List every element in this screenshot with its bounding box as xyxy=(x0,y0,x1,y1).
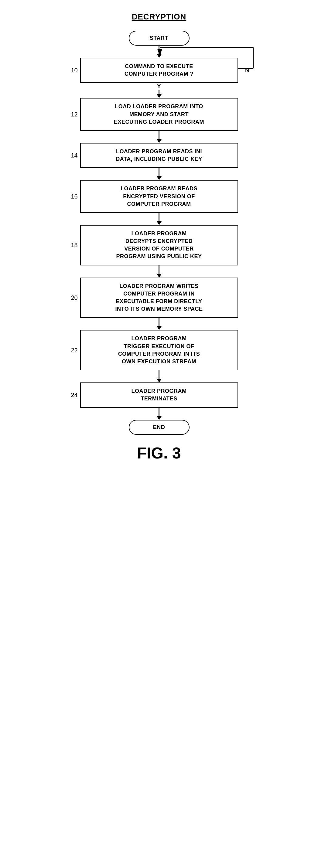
step-22-row: 22 LOADER PROGRAM TRIGGER EXECUTION OF C… xyxy=(53,330,266,370)
step-14-label: 14 xyxy=(71,152,78,159)
n-label: N xyxy=(245,67,249,74)
step-24-label: 24 xyxy=(71,392,78,399)
arrow-10-to-12: Y xyxy=(157,83,162,98)
end-box: END xyxy=(129,420,189,435)
step-14-row: 14 LOADER PROGRAM READS INI DATA, INCLUD… xyxy=(53,143,266,168)
step-22-label: 22 xyxy=(71,347,78,353)
diagram-title: DECRYPTION xyxy=(132,12,186,22)
start-box: START xyxy=(129,31,189,45)
y-label: Y xyxy=(157,83,161,90)
arrow-18-to-20 xyxy=(157,266,162,278)
arrow-24-to-end xyxy=(157,408,162,420)
step-24-row: 24 LOADER PROGRAM TERMINATES xyxy=(53,382,266,407)
step-22-box: LOADER PROGRAM TRIGGER EXECUTION OF COMP… xyxy=(80,330,238,370)
step-12-label: 12 xyxy=(71,111,78,118)
arrow-22-to-24 xyxy=(157,370,162,382)
step-16-box: LOADER PROGRAM READS ENCRYPTED VERSION O… xyxy=(80,180,238,213)
step-14-box: LOADER PROGRAM READS INI DATA, INCLUDING… xyxy=(80,143,238,168)
step-24-box: LOADER PROGRAM TERMINATES xyxy=(80,382,238,407)
fig-label: FIG. 3 xyxy=(137,444,181,462)
step-10-box: COMMAND TO EXECUTE COMPUTER PROGRAM ? xyxy=(80,58,238,83)
arrow-start-to-10 xyxy=(157,45,162,58)
step-16-label: 16 xyxy=(71,193,78,200)
step-18-box: LOADER PROGRAM DECRYPTS ENCRYPTED VERSIO… xyxy=(80,225,238,266)
step-12-box: LOAD LOADER PROGRAM INTO MEMORY AND STAR… xyxy=(80,98,238,131)
step-20-box: LOADER PROGRAM WRITES COMPUTER PROGRAM I… xyxy=(80,278,238,318)
step-18-label: 18 xyxy=(71,242,78,249)
step-12-row: 12 LOAD LOADER PROGRAM INTO MEMORY AND S… xyxy=(53,98,266,131)
step-16-row: 16 LOADER PROGRAM READS ENCRYPTED VERSIO… xyxy=(53,180,266,213)
arrow-20-to-22 xyxy=(157,318,162,330)
step-10-label: 10 xyxy=(71,67,78,74)
arrow-14-to-16 xyxy=(157,168,162,180)
arrow-16-to-18 xyxy=(157,213,162,225)
step-20-row: 20 LOADER PROGRAM WRITES COMPUTER PROGRA… xyxy=(53,278,266,318)
step-20-label: 20 xyxy=(71,294,78,301)
step-18-row: 18 LOADER PROGRAM DECRYPTS ENCRYPTED VER… xyxy=(53,225,266,266)
arrow-12-to-14 xyxy=(157,131,162,143)
step-10-row: 10 COMMAND TO EXECUTE COMPUTER PROGRAM ?… xyxy=(53,58,266,83)
